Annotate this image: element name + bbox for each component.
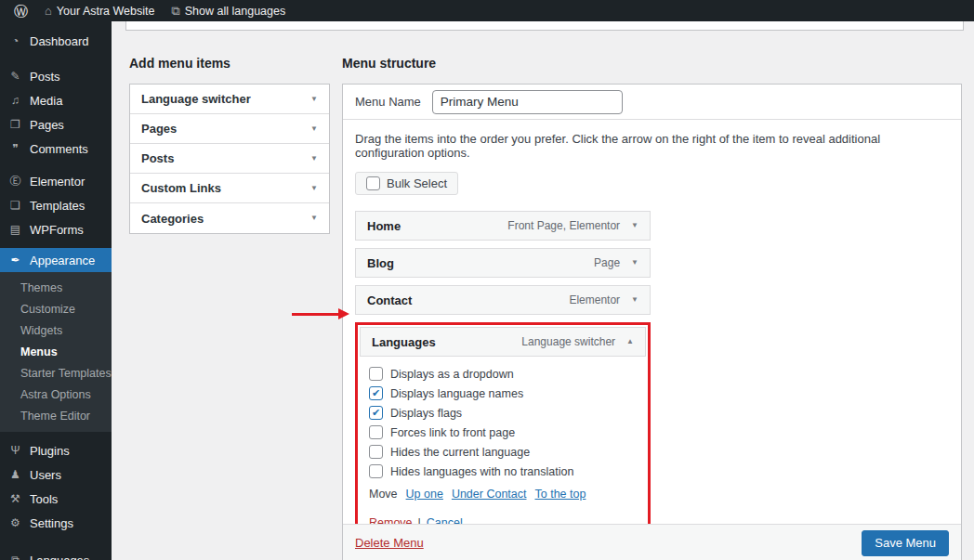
sidebar-item-label: Comments	[30, 142, 88, 156]
accordion-posts[interactable]: Posts ▼	[130, 144, 329, 174]
sidebar-item-label: Users	[30, 468, 61, 482]
chevron-down-icon[interactable]: ▼	[310, 155, 318, 163]
sidebar-subitem-theme-editor[interactable]: Theme Editor	[0, 405, 112, 426]
checkbox[interactable]	[369, 445, 383, 459]
menu-structure-footer: Delete Menu Save Menu	[343, 524, 961, 560]
move-row: Move Up one Under Contact To the top	[369, 488, 637, 501]
menu-item-label: Blog	[367, 256, 394, 270]
move-under-contact-link[interactable]: Under Contact	[452, 488, 527, 501]
sidebar-item-settings[interactable]: ⚙ Settings	[0, 511, 112, 535]
sidebar-item-appearance[interactable]: ✒ Appearance	[0, 248, 112, 272]
checkbox-label[interactable]: Hides the current language	[390, 446, 530, 459]
option-displays-as-dropdown[interactable]: Displays as a dropdown	[369, 367, 637, 381]
languages-icon: ⧉	[8, 554, 22, 560]
arrow-shaft	[292, 313, 339, 316]
checkbox[interactable]	[369, 386, 383, 400]
option-forces-link-front-page[interactable]: Forces link to front page	[369, 425, 637, 439]
wpforms-icon: ▤	[8, 224, 22, 235]
plugins-icon: Ψ	[8, 445, 22, 456]
chevron-down-icon[interactable]: ▼	[310, 185, 318, 192]
show-all-languages[interactable]: ⧉ Show all languages	[165, 0, 292, 21]
option-displays-flags[interactable]: Displays flags	[369, 406, 637, 420]
sidebar-subitem-themes[interactable]: Themes	[0, 277, 112, 298]
chevron-down-icon[interactable]: ▼	[631, 222, 638, 229]
sidebar-item-users[interactable]: ♟ Users	[0, 462, 112, 487]
sidebar-subitem-astra-options[interactable]: Astra Options	[0, 384, 112, 405]
translation-icon: ⧉	[171, 5, 179, 17]
bulk-select-checkbox[interactable]	[366, 176, 380, 190]
menu-name-input[interactable]	[432, 90, 623, 114]
sidebar-item-comments[interactable]: ❞ Comments	[0, 137, 112, 161]
checkbox[interactable]	[369, 425, 383, 439]
posts-icon: ✎	[8, 71, 22, 82]
sidebar-item-posts[interactable]: ✎ Posts	[0, 64, 112, 88]
appearance-icon: ✒	[8, 254, 22, 266]
chevron-down-icon[interactable]: ▼	[310, 96, 318, 103]
move-up-one-link[interactable]: Up one	[406, 488, 443, 501]
accordion-pages[interactable]: Pages ▼	[130, 114, 329, 144]
checkbox-label[interactable]: Displays language names	[390, 387, 523, 400]
accordion-categories[interactable]: Categories ▼	[130, 203, 329, 233]
chevron-up-icon[interactable]: ▲	[626, 338, 634, 345]
site-name: Your Astra Website	[57, 5, 155, 18]
red-highlight-annotation: Languages Language switcher ▲ Displays a…	[355, 322, 651, 548]
checkbox-label[interactable]: Displays flags	[390, 407, 462, 420]
checkbox[interactable]	[369, 464, 383, 478]
bulk-select-control[interactable]: Bulk Select	[355, 172, 458, 195]
sidebar-subitem-starter-templates[interactable]: Starter Templates	[0, 362, 112, 384]
tools-icon: ⚒	[8, 493, 22, 504]
menu-item-languages[interactable]: Languages Language switcher ▲	[360, 327, 646, 357]
chevron-down-icon[interactable]: ▼	[310, 215, 318, 222]
option-hides-current-language[interactable]: Hides the current language	[369, 445, 637, 459]
site-link[interactable]: ⌂ Your Astra Website	[38, 0, 161, 21]
checkbox[interactable]	[369, 367, 383, 381]
move-label: Move	[369, 488, 398, 501]
sidebar-subitem-menus[interactable]: Menus	[0, 341, 112, 362]
sidebar-item-languages[interactable]: ⧉ Languages	[0, 548, 112, 560]
comments-icon: ❞	[8, 143, 22, 154]
sidebar-item-label: Plugins	[30, 444, 70, 458]
sidebar-item-wpforms[interactable]: ▤ WPForms	[0, 217, 112, 241]
menu-item-home[interactable]: Home Front Page, Elementor ▼	[355, 211, 651, 241]
checkbox-label[interactable]: Forces link to front page	[390, 426, 515, 439]
menu-name-row: Menu Name	[343, 85, 961, 120]
sidebar-item-media[interactable]: ♫ Media	[0, 88, 112, 112]
arrow-head	[338, 308, 349, 319]
red-arrow-annotation	[292, 309, 349, 319]
chevron-down-icon[interactable]: ▼	[310, 125, 318, 133]
checkbox-label[interactable]: Displays as a dropdown	[390, 368, 514, 381]
menu-item-blog[interactable]: Blog Page ▼	[355, 248, 651, 278]
delete-menu-link[interactable]: Delete Menu	[355, 536, 424, 550]
sidebar-item-pages[interactable]: ❐ Pages	[0, 112, 112, 137]
settings-icon: ⚙	[8, 517, 22, 528]
admin-bar: Ⓦ ⌂ Your Astra Website ⧉ Show all langua…	[0, 0, 974, 21]
sidebar-subitem-customize[interactable]: Customize	[0, 298, 112, 319]
chevron-down-icon[interactable]: ▼	[631, 296, 638, 304]
checkbox-label[interactable]: Hides languages with no translation	[390, 465, 573, 478]
sidebar-item-dashboard[interactable]: ◔ Dashboard	[0, 29, 112, 53]
option-hides-languages-no-translation[interactable]: Hides languages with no translation	[369, 464, 637, 478]
checkbox[interactable]	[369, 406, 383, 420]
menu-structure-panel: Menu Name Drag the items into the order …	[342, 84, 962, 560]
chevron-down-icon[interactable]: ▼	[631, 259, 638, 267]
accordion-custom-links[interactable]: Custom Links ▼	[130, 174, 329, 203]
sidebar-item-elementor[interactable]: Ⓔ Elementor	[0, 169, 112, 193]
accordion-label: Pages	[141, 122, 177, 136]
sidebar-item-label: Settings	[30, 516, 73, 530]
sidebar-item-tools[interactable]: ⚒ Tools	[0, 487, 112, 511]
appearance-submenu: Themes Customize Widgets Menus Starter T…	[0, 272, 112, 432]
move-to-top-link[interactable]: To the top	[535, 488, 586, 501]
drag-hint-text: Drag the items into the order you prefer…	[355, 132, 949, 160]
menu-item-contact[interactable]: Contact Elementor ▼	[355, 285, 651, 315]
save-menu-button[interactable]: Save Menu	[862, 530, 949, 556]
option-displays-language-names[interactable]: Displays language names	[369, 386, 637, 400]
sidebar-item-templates[interactable]: ❏ Templates	[0, 193, 112, 217]
sidebar-item-plugins[interactable]: Ψ Plugins	[0, 438, 112, 462]
wordpress-menu[interactable]: Ⓦ	[7, 0, 34, 21]
wordpress-logo-icon: Ⓦ	[14, 4, 28, 18]
sidebar-item-label: Elementor	[30, 175, 85, 189]
templates-icon: ❏	[8, 200, 22, 211]
sidebar-item-label: WPForms	[30, 223, 84, 237]
accordion-language-switcher[interactable]: Language switcher ▼	[130, 85, 329, 114]
sidebar-subitem-widgets[interactable]: Widgets	[0, 319, 112, 341]
